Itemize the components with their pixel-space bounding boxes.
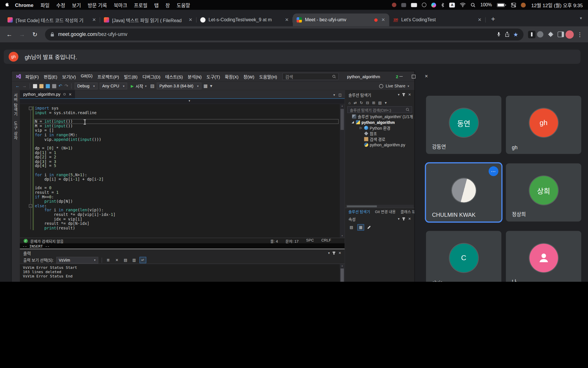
navigate-back-icon[interactable]: ← xyxy=(16,83,20,89)
address-bar[interactable]: meet.google.com/bez-ufyi-umv ★ xyxy=(45,28,524,41)
menubar-menu-item[interactable]: 창 xyxy=(162,1,173,9)
code-line[interactable]: print(dp[N]) xyxy=(20,199,345,204)
tree-item[interactable]: 검색 경로 xyxy=(345,136,415,142)
code-line[interactable]: dp[3] = 3 xyxy=(20,160,345,164)
config-dropdown[interactable]: Debug▾ xyxy=(75,83,97,89)
tree-item[interactable]: 솔루션 'python_algorithm' (1/1개 프로젝트) xyxy=(345,114,415,120)
output-scrollbar[interactable]: ▴▾ xyxy=(340,264,345,282)
interpreter-dropdown[interactable]: Python 3.8 (64-bit)▾ xyxy=(157,83,201,89)
categorized-icon[interactable]: ▤ xyxy=(348,224,354,230)
undo-icon[interactable]: ↶ xyxy=(59,83,62,89)
vs-menu-item[interactable]: 프로젝트(P) xyxy=(95,73,121,79)
status-app-icon[interactable] xyxy=(401,3,406,7)
apple-logo-icon[interactable] xyxy=(2,2,11,7)
new-file-icon[interactable] xyxy=(33,84,37,88)
browser-tab[interactable]: Let-s-CodingTest/week_9 at m ✕ xyxy=(196,14,293,26)
menubar-menu-item[interactable]: 도움말 xyxy=(173,1,194,9)
tree-item[interactable]: ▷ Python 환경 xyxy=(345,125,415,131)
vs-menu-item[interactable]: 디버그(D) xyxy=(140,73,163,79)
tool-window-tab[interactable]: Git 변경 내용 xyxy=(375,208,396,214)
wrench-icon[interactable] xyxy=(367,225,371,229)
vs-menu-item[interactable]: 파일(F) xyxy=(23,73,41,79)
battery-icon[interactable] xyxy=(497,3,506,7)
maximize-icon[interactable] xyxy=(411,74,416,79)
vs-menu-item[interactable]: Git(G) xyxy=(78,73,95,79)
new-tab-button[interactable]: + xyxy=(488,14,498,24)
caret-space-mode[interactable]: SPC xyxy=(306,238,314,244)
output-levels-icon[interactable]: ≣ xyxy=(105,257,111,263)
tab-strip-options[interactable]: ▾◫ xyxy=(333,93,345,98)
open-file-icon[interactable] xyxy=(39,84,43,88)
panel-close-icon[interactable]: ✕ xyxy=(339,251,341,255)
output-clear-icon[interactable]: ✕ xyxy=(114,257,120,263)
browser-menu-icon[interactable]: ⋮ xyxy=(575,31,584,38)
output-columns-icon[interactable]: ▥ xyxy=(131,257,137,263)
menubar-menu-item[interactable]: 프로필 xyxy=(131,1,151,9)
toolbar-options-icon[interactable]: ▾ xyxy=(210,83,212,89)
forward-button[interactable]: → xyxy=(16,29,28,40)
caret-eol[interactable]: CRLF xyxy=(321,238,331,244)
se-more-icon[interactable]: ▾ xyxy=(385,100,387,104)
tab-close-icon[interactable]: ✕ xyxy=(91,17,97,23)
keyboard-icon[interactable] xyxy=(411,3,417,7)
save-all-icon[interactable] xyxy=(52,84,56,88)
tab-close-icon[interactable]: ✕ xyxy=(187,17,194,23)
code-line[interactable]: result = 1 xyxy=(20,190,345,195)
code-line[interactable] xyxy=(20,142,345,146)
columns-icon[interactable]: ▦ xyxy=(204,83,208,89)
code-area[interactable]: ▴▾ import sysinput = sys.stdin.readlineN… xyxy=(20,104,345,238)
vs-side-tab[interactable]: 도구 상자 xyxy=(13,121,19,140)
tool-window-tab[interactable]: 솔루션 탐색기 xyxy=(348,208,370,214)
back-button[interactable]: ← xyxy=(4,29,15,40)
code-line[interactable]: print(result) xyxy=(20,226,345,230)
tab-close-icon[interactable]: ✕ xyxy=(284,17,290,23)
code-line[interactable]: idx = 0 xyxy=(20,186,345,190)
switch-views-icon[interactable]: ⇄ xyxy=(354,100,357,104)
menubar-menu-item[interactable]: 탭 xyxy=(151,1,162,9)
lock-icon[interactable] xyxy=(50,32,54,37)
browser-tab[interactable]: Let's CodingTest ✕ xyxy=(389,14,486,26)
tree-item[interactable]: python_algorithm.py xyxy=(345,142,415,148)
vs-menu-item[interactable]: 보기(V) xyxy=(60,73,78,79)
minimize-icon[interactable] xyxy=(398,74,403,79)
code-line[interactable]: M = int(input()) xyxy=(20,124,345,128)
code-line[interactable]: idx = vip[i] xyxy=(20,217,345,221)
vs-side-tab[interactable]: 서버 탐색기 xyxy=(13,93,19,116)
vs-menu-item[interactable]: 도움말(H) xyxy=(257,73,279,79)
voice-search-icon[interactable] xyxy=(496,32,501,37)
vs-menu-item[interactable]: 분석(N) xyxy=(185,73,204,79)
panel-dropdown-icon[interactable]: ▾ xyxy=(398,217,400,221)
code-line[interactable]: vip = [] xyxy=(20,129,345,133)
vs-menu-item[interactable]: 도구(T) xyxy=(204,73,223,79)
share-icon[interactable] xyxy=(504,32,509,37)
code-line[interactable]: dp[1] = 1 xyxy=(20,151,345,155)
output-source-dropdown[interactable]: VsVim▾ xyxy=(56,257,98,264)
extensions-puzzle-icon[interactable] xyxy=(545,29,556,40)
home-icon[interactable]: ⌂ xyxy=(348,100,351,104)
participant-tile[interactable]: gh ⋯ gh xyxy=(506,96,581,154)
panel-close-icon[interactable]: ✕ xyxy=(408,93,411,97)
participant-tile[interactable]: 동연 ⋯ 강동연 xyxy=(426,96,502,154)
refresh-icon[interactable]: ↻ xyxy=(360,100,363,104)
extension-icon-2[interactable] xyxy=(537,31,543,37)
code-line[interactable]: for i in range(M): xyxy=(20,133,345,137)
profile-avatar[interactable] xyxy=(566,30,574,39)
vs-search-box[interactable]: 검색 xyxy=(283,73,339,80)
menubar-datetime[interactable]: 12월 12일 (월) 오후 9:35 xyxy=(531,1,583,9)
participant-tile[interactable]: C ⋯ chris xyxy=(426,231,502,282)
browser-tab[interactable]: Meet - bez-ufyi-umv ✕ xyxy=(293,14,389,26)
menubar-menu-item[interactable]: 수정 xyxy=(53,1,69,9)
code-line[interactable]: -else: xyxy=(20,204,345,208)
editor-tab[interactable]: python_algorithm.py ✕ xyxy=(20,90,75,98)
screen-record-icon[interactable] xyxy=(392,3,396,7)
code-line[interactable]: input = sys.stdin.readline xyxy=(20,111,345,115)
vs-menu-item[interactable]: 빌드(B) xyxy=(121,73,140,79)
vs-menu-item[interactable]: 확장(X) xyxy=(223,73,241,79)
participant-tile[interactable]: ⋯ 나 xyxy=(506,231,581,282)
code-line[interactable]: dp[i] = dp[i-1] + dp[i-2] xyxy=(20,177,345,181)
tab-close-icon[interactable]: ✕ xyxy=(477,17,483,23)
tree-expander-icon[interactable]: ◢ xyxy=(351,120,355,124)
bookmark-star-icon[interactable]: ★ xyxy=(513,31,518,38)
close-icon[interactable]: ✕ xyxy=(424,74,429,79)
bluetooth-icon[interactable] xyxy=(441,2,444,7)
